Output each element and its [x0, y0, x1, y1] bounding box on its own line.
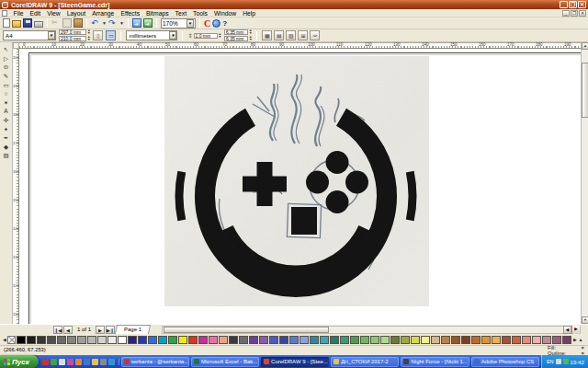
palette-swatch-6[interactable]: [67, 336, 76, 344]
open-icon[interactable]: [12, 20, 21, 28]
scanned-sketch-bitmap[interactable]: [164, 56, 429, 306]
scroll-right-icon[interactable]: ▶: [571, 326, 580, 334]
minimize-button[interactable]: _: [560, 1, 568, 8]
drawing-canvas[interactable]: [19, 49, 581, 324]
snap-option-icon-3[interactable]: ▧: [286, 30, 296, 40]
hair-sketch[interactable]: [270, 75, 339, 146]
next-page-button[interactable]: ▶: [96, 326, 105, 334]
tool-interactive-fill[interactable]: ▨: [1, 151, 12, 160]
palette-swatch-15[interactable]: [158, 336, 167, 344]
tray-language-indicator[interactable]: EN: [547, 359, 554, 364]
palette-swatch-53[interactable]: [542, 336, 551, 344]
tool-rectangle[interactable]: ▭: [1, 80, 12, 89]
palette-swatch-49[interactable]: [502, 336, 511, 344]
palette-swatch-48[interactable]: [492, 336, 501, 344]
tool-outline[interactable]: ✒: [1, 133, 12, 143]
palette-swatch-55[interactable]: [562, 336, 571, 344]
palette-swatch-13[interactable]: [138, 336, 147, 344]
palette-swatch-10[interactable]: [107, 336, 117, 344]
palette-swatch-43[interactable]: [441, 336, 450, 344]
zoom-dropdown-icon[interactable]: ▼: [187, 19, 194, 28]
palette-swatch-12[interactable]: [128, 336, 137, 344]
tool-zoom[interactable]: ⊙: [1, 63, 12, 72]
snap-option-icon-4[interactable]: ⊞: [298, 30, 308, 40]
palette-swatch-19[interactable]: [198, 336, 208, 344]
tool-fill[interactable]: ◆: [1, 143, 12, 152]
palette-swatch-47[interactable]: [481, 336, 491, 344]
tray-icon-1[interactable]: [556, 359, 561, 364]
tray-icon-2[interactable]: [563, 359, 569, 364]
save-icon[interactable]: [23, 18, 32, 28]
taskbar-button-6[interactable]: Adobe Photoshop CS: [471, 357, 539, 367]
menu-item-layout[interactable]: Layout: [63, 10, 88, 17]
quicklaunch-5-icon[interactable]: [75, 359, 82, 365]
palette-swatch-46[interactable]: [471, 336, 481, 344]
paper-type-combo[interactable]: A4 ▼: [3, 30, 56, 40]
palette-swatch-44[interactable]: [451, 336, 460, 344]
menu-item-tools[interactable]: Tools: [190, 10, 211, 17]
palette-swatch-23[interactable]: [239, 336, 248, 344]
menu-item-text[interactable]: Text: [172, 10, 189, 17]
landscape-button[interactable]: ▭: [106, 30, 116, 40]
duplicate-y-field[interactable]: 6.35 mm: [224, 36, 248, 41]
paper-type-dropdown-icon[interactable]: ▼: [48, 31, 55, 40]
tool-interactive-blend[interactable]: ✣: [1, 116, 12, 125]
palette-swatch-36[interactable]: [370, 336, 379, 344]
snap-option-icon-5[interactable]: ✑: [310, 30, 320, 40]
ruler-origin-corner[interactable]: [13, 42, 19, 49]
palette-swatch-7[interactable]: [77, 336, 86, 344]
quicklaunch-folder-icon[interactable]: [92, 359, 98, 365]
palette-swatch-18[interactable]: [188, 336, 198, 344]
whats-this-help-icon[interactable]: ?: [222, 19, 227, 28]
palette-swatch-51[interactable]: [522, 336, 531, 344]
quicklaunch-2-icon[interactable]: [51, 359, 57, 365]
palette-swatch-22[interactable]: [229, 336, 238, 344]
copy-icon[interactable]: [62, 18, 72, 28]
quicklaunch-9-icon[interactable]: [108, 359, 115, 365]
zoom-level-combo[interactable]: 170% ▼: [161, 18, 196, 29]
start-button[interactable]: Пуск: [0, 355, 39, 368]
units-dropdown-icon[interactable]: ▼: [169, 31, 176, 40]
palette-swatch-41[interactable]: [421, 336, 430, 344]
menu-item-file[interactable]: File: [10, 10, 27, 17]
snap-option-icon-1[interactable]: ▦: [262, 30, 272, 40]
palette-swatch-42[interactable]: [431, 336, 440, 344]
horizontal-ruler[interactable]: 0102030405060708090100110120130140150160…: [19, 42, 581, 49]
palette-swatch-21[interactable]: [219, 336, 228, 344]
palette-expand-icon[interactable]: ▲: [578, 335, 583, 344]
taskbar-button-3[interactable]: CorelDRAW 9 - [Stee...: [261, 357, 329, 367]
quicklaunch-yahoo-icon[interactable]: [67, 359, 74, 365]
palette-swatch-8[interactable]: [87, 336, 96, 344]
tool-ellipse[interactable]: ○: [1, 89, 12, 98]
vertical-scrollbar[interactable]: ▲ ▼: [581, 42, 588, 324]
scroll-left-icon[interactable]: ◀: [563, 326, 571, 334]
menu-item-view[interactable]: View: [44, 10, 64, 17]
taskbar-button-4[interactable]: Дгі_СТОКИ 2017-2: [331, 357, 399, 367]
taskbar-button-1[interactable]: serkanta - @serkanta...: [121, 357, 189, 367]
palette-swatch-24[interactable]: [249, 336, 258, 344]
palette-swatch-39[interactable]: [401, 336, 410, 344]
palette-swatch-25[interactable]: [259, 336, 268, 344]
cut-icon[interactable]: ✂: [51, 18, 61, 28]
palette-swatch-37[interactable]: [380, 336, 390, 344]
palette-swatch-20[interactable]: [209, 336, 218, 344]
taskbar-button-2[interactable]: Microsoft Excel - Bak...: [191, 357, 259, 367]
palette-swatch-50[interactable]: [512, 336, 521, 344]
last-page-button[interactable]: ▶❙: [106, 326, 115, 334]
tool-freehand[interactable]: ✎: [1, 72, 12, 81]
horizontal-scroll-thumb[interactable]: [164, 327, 329, 333]
tool-shape[interactable]: ▷: [1, 54, 12, 63]
palette-swatch-27[interactable]: [279, 336, 288, 344]
duplicate-x-field[interactable]: 6.35 mm: [224, 29, 248, 35]
palette-swatch-11[interactable]: [118, 336, 127, 344]
first-page-button[interactable]: ❙◀: [53, 326, 62, 334]
taskbar-button-5[interactable]: Night Force - [Nickt 1...: [401, 357, 469, 367]
palette-swatch-30[interactable]: [310, 336, 319, 344]
quicklaunch-1-icon[interactable]: [42, 359, 49, 365]
palette-swatch-5[interactable]: [57, 336, 66, 344]
tool-text[interactable]: A: [1, 107, 12, 116]
quicklaunch-8-icon[interactable]: [100, 359, 107, 365]
palette-swatch-45[interactable]: [461, 336, 470, 344]
palette-swatch-3[interactable]: [37, 336, 46, 344]
import-icon[interactable]: [132, 18, 141, 28]
